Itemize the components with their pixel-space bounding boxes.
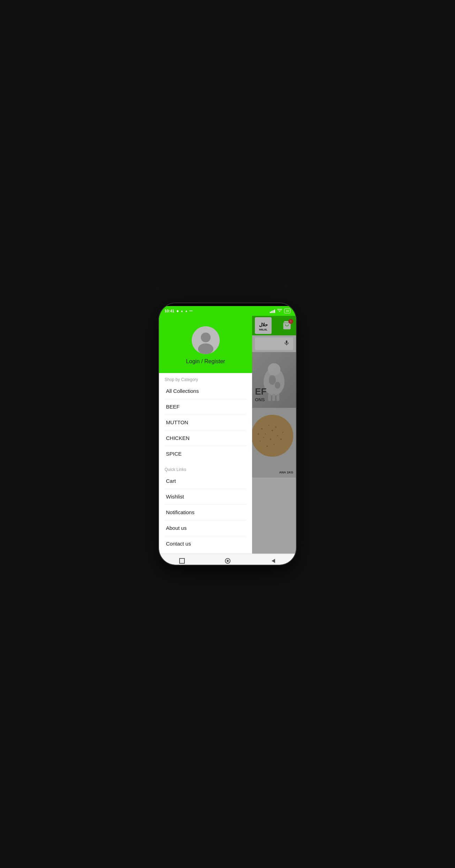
battery-indicator: 39 [284,309,290,313]
status-left: 10:41 ◆ ▲ ▲ ••• [165,309,192,313]
menu-item-chicken[interactable]: CHICKEN [165,431,247,446]
menu-item-all-collections[interactable]: All Collections [165,383,247,399]
menu-item-cart[interactable]: Cart [165,473,247,489]
svg-marker-34 [272,559,275,563]
login-register-label[interactable]: Login / Register [186,358,225,365]
bottom-nav [159,554,296,565]
svg-point-33 [227,560,229,562]
wifi-icon [277,309,282,313]
p-icon: ◆ [176,309,179,313]
svg-point-2 [198,343,213,354]
shop-by-category-label: Shop by Category [165,377,247,382]
square-nav-button[interactable] [173,556,191,565]
drawer-menu: Login / Register Shop by Category All Co… [159,316,252,554]
menu-item-notifications[interactable]: Notifications [165,505,247,520]
menu-item-contact-us[interactable]: Contact us [165,536,247,551]
menu-item-spice[interactable]: SPICE [165,446,247,462]
quick-links-section: Quick Links Cart Wishlist Notifications … [159,463,252,553]
menu-item-beef[interactable]: BEEF [165,399,247,415]
shop-by-category-section: Shop by Category All Collections BEEF MU… [159,373,252,463]
svg-rect-31 [180,558,184,563]
location2-icon: ▲ [185,309,188,313]
status-icons: ◆ ▲ ▲ ••• [176,309,192,313]
app-content: حلال HALAL 1 [252,316,296,554]
signal-bar-1 [270,312,271,313]
cart-label: Cart [166,478,176,484]
more-icon: ••• [189,309,192,313]
phone-frame: 10:41 ◆ ▲ ▲ ••• [159,303,296,565]
quick-links-label: Quick Links [165,467,247,472]
location-icon: ▲ [180,309,183,313]
contact-us-label: Contact us [166,541,191,547]
status-right: 39 [270,309,290,313]
wishlist-label: Wishlist [166,494,184,500]
main-container: Login / Register Shop by Category All Co… [159,316,296,554]
status-time: 10:41 [165,309,174,313]
back-nav-button[interactable] [265,556,282,565]
dim-overlay[interactable] [252,316,296,554]
signal-bar-2 [271,311,272,313]
signal-bar-3 [273,310,274,313]
svg-point-1 [201,333,211,342]
menu-item-mutton[interactable]: MUTTON [165,415,247,431]
phone-inner: 10:41 ◆ ▲ ▲ ••• [159,303,296,565]
signal-bar-4 [274,310,275,313]
signal-bars [270,309,275,313]
about-us-label: About us [166,525,187,531]
chicken-label: CHICKEN [166,435,190,441]
menu-item-about-us[interactable]: About us [165,520,247,536]
notch [214,304,242,306]
home-nav-button[interactable] [219,556,236,565]
beef-label: BEEF [166,404,180,410]
mutton-label: MUTTON [166,419,188,425]
all-collections-label: All Collections [166,388,199,394]
drawer-header: Login / Register [159,316,252,373]
notifications-label: Notifications [166,509,195,515]
notch-area [159,303,296,306]
status-bar: 10:41 ◆ ▲ ▲ ••• [159,306,296,316]
spice-label: SPICE [166,451,182,457]
avatar[interactable] [192,326,220,354]
menu-item-wishlist[interactable]: Wishlist [165,489,247,505]
